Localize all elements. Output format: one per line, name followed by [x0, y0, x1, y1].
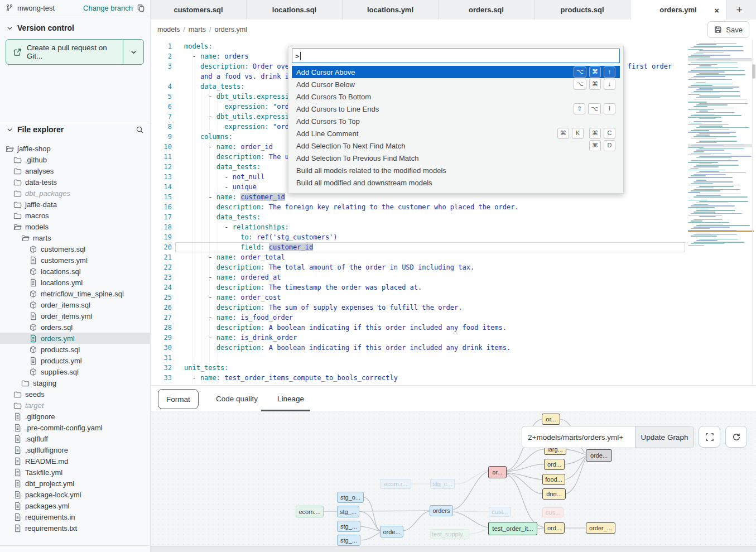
breadcrumb-models[interactable]: models — [157, 26, 180, 33]
fullscreen-button[interactable] — [699, 426, 720, 448]
search-icon[interactable] — [136, 126, 144, 134]
change-branch-link[interactable]: Change branch — [83, 4, 133, 12]
tree-item-dbt-packages[interactable]: dbt_packages — [0, 188, 151, 199]
tree-item-supplies-sql[interactable]: supplies.sql — [0, 366, 151, 377]
tree-item-customers-yml[interactable]: customers.yml — [0, 255, 151, 266]
create-pull-request-button[interactable]: Create a pull request on Git... — [6, 39, 144, 65]
tree-item-products-sql[interactable]: products.sql — [0, 344, 151, 355]
tree-item-customers-sql[interactable]: customers.sql — [0, 243, 151, 255]
command-item-add-selection-to-previous-find-match[interactable]: Add Selection To Previous Find Match — [292, 152, 620, 164]
tab-lineage[interactable]: Lineage — [277, 386, 304, 411]
tree-item--pre-commit-config-yaml[interactable]: .pre-commit-config.yaml — [0, 422, 151, 433]
lineage-node-ecom-[interactable]: ecom.... — [296, 506, 324, 517]
lineage-node-or-[interactable]: or... — [542, 414, 560, 425]
lineage-node-ord-[interactable]: ord... — [544, 459, 565, 470]
lineage-node-orde-[interactable]: orde... — [380, 526, 403, 537]
tree-item-target[interactable]: target — [0, 400, 151, 411]
editor-tab-customers-sql[interactable]: customers.sql — [151, 0, 247, 20]
lineage-node-ord-[interactable]: ord... — [544, 522, 565, 534]
lineage-node-cus-[interactable]: cus... — [542, 507, 564, 517]
tree-item--gitignore[interactable]: .gitignore — [0, 411, 151, 422]
tree-item-data-tests[interactable]: data-tests — [0, 176, 151, 188]
tree-item-jaffle-shop[interactable]: jaffle-shop — [0, 143, 151, 154]
lineage-node-food-[interactable]: food... — [542, 474, 565, 485]
editor-tab-orders-sql[interactable]: orders.sql — [439, 0, 535, 20]
tree-item-jaffle-data[interactable]: jaffle-data — [0, 199, 151, 210]
tree-item-packages-yml[interactable]: packages.yml — [0, 500, 151, 511]
lineage-node-stg-c-[interactable]: stg_c... — [430, 479, 455, 489]
tree-item-dbt-project-yml[interactable]: dbt_project.yml — [0, 478, 151, 489]
command-item-add-cursors-to-top[interactable]: Add Cursors To Top — [292, 115, 620, 127]
editor-tab-products-sql[interactable]: products.sql — [535, 0, 630, 20]
lineage-node-test-order-it-[interactable]: test_order_it... — [488, 522, 537, 535]
tree-item--github[interactable]: .github — [0, 154, 151, 165]
lineage-node-orde-[interactable]: orde... — [586, 449, 612, 462]
tree-item-package-lock-yml[interactable]: package-lock.yml — [0, 489, 151, 500]
tree-item-taskfile-yml[interactable]: Taskfile.yml — [0, 467, 151, 478]
lineage-node-cust-[interactable]: cust... — [489, 507, 511, 517]
tree-item-metricflow-time-spine-sql[interactable]: metricflow_time_spine.sql — [0, 288, 151, 299]
lineage-node-stg-[interactable]: stg_... — [337, 506, 359, 517]
editor-scrollbar[interactable] — [752, 64, 755, 79]
close-icon[interactable]: × — [714, 6, 719, 14]
lineage-node-stg-[interactable]: stg_... — [337, 521, 360, 532]
tree-item-seeds[interactable]: seeds — [0, 388, 151, 400]
command-item-add-cursor-above[interactable]: Add Cursor Above⌥⌘↑ — [292, 66, 620, 78]
copy-icon[interactable] — [137, 4, 145, 12]
tree-item-staging[interactable]: staging — [0, 377, 151, 388]
breadcrumb-marts[interactable]: marts — [189, 26, 206, 33]
tree-item-locations-yml[interactable]: locations.yml — [0, 277, 151, 288]
command-item-add-selection-to-next-find-match[interactable]: Add Selection To Next Find Match⌘D — [292, 140, 620, 152]
tree-item-requirements-in[interactable]: requirements.in — [0, 511, 151, 522]
line-number: 21 — [151, 252, 172, 262]
lineage-node-orders[interactable]: orders — [430, 505, 453, 516]
tree-item-order-items-yml[interactable]: order_items.yml — [0, 310, 151, 321]
command-item-build-all-modified-and-downstream-models[interactable]: Build all modified and downstream models — [292, 176, 620, 189]
lineage-node-test-supply-[interactable]: test_supply... — [430, 529, 469, 539]
lineage-selector-input[interactable]: 2+models/marts/orders.yml+ — [522, 426, 635, 448]
pr-button-caret[interactable] — [123, 40, 143, 64]
command-item-add-cursor-below[interactable]: Add Cursor Below⌥⌘↓ — [292, 78, 620, 90]
tree-item-orders-yml[interactable]: orders.yml — [0, 333, 151, 344]
minimap[interactable] — [688, 41, 752, 295]
editor-tab-orders-yml[interactable]: orders.yml× — [630, 0, 726, 20]
tree-item--sqlfluff[interactable]: .sqlfluff — [0, 433, 151, 444]
tree-item--sqlfluffignore[interactable]: .sqlfluffignore — [0, 444, 151, 455]
update-graph-button[interactable]: Update Graph — [635, 426, 694, 448]
lineage-panel[interactable]: ecom....stg_o...stg_...stg_...stg_...ord… — [151, 411, 756, 546]
line-number: 7 — [151, 112, 172, 122]
tree-item-macros[interactable]: macros — [0, 210, 151, 221]
tree-item-analyses[interactable]: analyses — [0, 165, 151, 176]
command-item-add-line-comment[interactable]: Add Line Comment⌘K⌘C — [292, 127, 620, 140]
lineage-node-drin-[interactable]: drin... — [542, 488, 566, 500]
format-button[interactable]: Format — [158, 389, 199, 409]
lineage-node-ecom-r-[interactable]: ecom.r... — [380, 479, 411, 489]
file-explorer-header[interactable]: File explorer — [7, 125, 144, 134]
save-button[interactable]: Save — [707, 21, 749, 38]
code-editor[interactable]: 1models:2 - name: orders3 description: O… — [151, 40, 756, 385]
tree-item-products-yml[interactable]: products.yml — [0, 355, 151, 366]
tree-item-locations-sql[interactable]: locations.sql — [0, 266, 151, 277]
lineage-node-order-[interactable]: order_... — [586, 522, 615, 534]
tree-item-marts[interactable]: marts — [0, 232, 151, 243]
version-control-header[interactable]: Version control — [7, 23, 74, 32]
command-item-build-all-models-related-to-the-modified-models[interactable]: Build all models related to the modified… — [292, 164, 620, 176]
editor-tab-locations-yml[interactable]: locations.yml — [343, 0, 439, 20]
breadcrumb-file[interactable]: orders.yml — [215, 26, 247, 33]
tree-item-requirements-txt[interactable]: requirements.txt — [0, 522, 151, 534]
lineage-node-stg-[interactable]: stg_... — [337, 535, 360, 546]
editor-tab-locations-sql[interactable]: locations.sql — [247, 0, 343, 20]
tree-item-readme-md[interactable]: README.md — [0, 455, 151, 467]
command-palette-input[interactable]: > — [292, 49, 620, 63]
tree-item-orders-sql[interactable]: orders.sql — [0, 321, 151, 333]
lineage-hscrollbar[interactable] — [151, 546, 756, 552]
new-tab-button[interactable]: + — [726, 0, 752, 20]
tab-code-quality[interactable]: Code quality — [216, 386, 258, 411]
refresh-button[interactable] — [725, 426, 747, 448]
tree-item-order-items-sql[interactable]: order_items.sql — [0, 299, 151, 310]
lineage-node-stg-o-[interactable]: stg_o... — [337, 492, 364, 503]
tree-item-models[interactable]: models — [0, 221, 151, 232]
lineage-node-or-[interactable]: or... — [488, 466, 507, 478]
command-item-add-cursors-to-bottom[interactable]: Add Cursors To Bottom — [292, 90, 620, 103]
command-item-add-cursors-to-line-ends[interactable]: Add Cursors to Line Ends⇧⌥I — [292, 103, 620, 115]
